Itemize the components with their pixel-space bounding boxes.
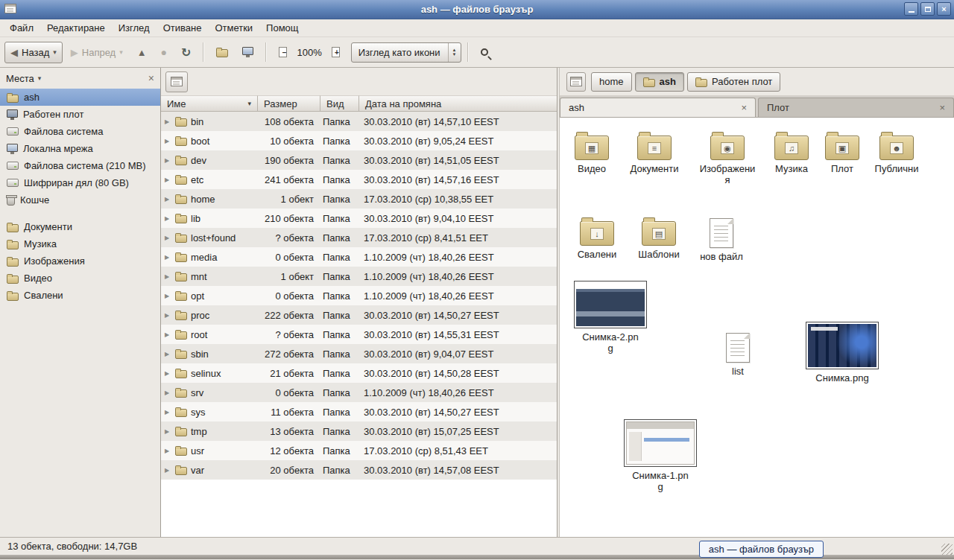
- expander-icon[interactable]: ▶: [165, 215, 171, 222]
- table-row[interactable]: ▶media0 обектаПапка1.10.2009 (чт) 18,40,…: [161, 247, 557, 267]
- expander-icon[interactable]: ▶: [165, 312, 171, 319]
- table-row[interactable]: ▶tmp13 обектаПапка30.03.2010 (вт) 15,07,…: [161, 421, 557, 441]
- table-row[interactable]: ▶selinux21 обектаПапка30.03.2010 (вт) 14…: [161, 363, 557, 383]
- table-row[interactable]: ▶lib210 обектаПапка30.03.2010 (вт) 9,04,…: [161, 209, 557, 228]
- table-row[interactable]: ▶bin108 обектаПапка30.03.2010 (вт) 14,57…: [161, 112, 557, 131]
- close-button[interactable]: ×: [937, 2, 951, 16]
- table-row[interactable]: ▶usr12 обектаПапка17.03.2010 (ср) 8,51,4…: [161, 441, 557, 460]
- menu-item[interactable]: Изглед: [112, 19, 157, 36]
- table-row[interactable]: ▶dev190 обектаПапка30.03.2010 (вт) 14,51…: [161, 150, 557, 170]
- expander-icon[interactable]: ▶: [165, 409, 171, 416]
- expander-icon[interactable]: ▶: [165, 235, 171, 241]
- column-header[interactable]: Дата на промяна: [359, 95, 557, 112]
- computer-button[interactable]: [236, 42, 259, 63]
- table-row[interactable]: ▶srv0 обектаПапка1.10.2009 (чт) 18,40,26…: [161, 383, 557, 402]
- forward-button[interactable]: ▶ Напред ▾: [65, 42, 129, 63]
- image-icon-item[interactable]: Снимка.png: [801, 322, 883, 384]
- home-button[interactable]: [210, 42, 234, 63]
- expander-icon[interactable]: ▶: [165, 254, 171, 261]
- breadcrumb-button[interactable]: Работен плот: [687, 72, 780, 92]
- zoom-out-button[interactable]: −: [273, 42, 293, 63]
- tab-close-icon[interactable]: ×: [939, 103, 945, 112]
- tab[interactable]: ash×: [560, 98, 756, 117]
- sidebar-item[interactable]: Музика: [0, 235, 160, 252]
- folder-icon-item[interactable]: ↓Свалени: [565, 215, 629, 261]
- back-dropdown-icon[interactable]: ▾: [53, 48, 57, 56]
- table-row[interactable]: ▶proc222 обектаПапка30.03.2010 (вт) 14,5…: [161, 305, 557, 325]
- sidebar-close-icon[interactable]: ×: [148, 73, 154, 83]
- back-button[interactable]: ◀ Назад ▾: [4, 42, 63, 63]
- sidebar-item[interactable]: Изображения: [0, 252, 160, 270]
- sidebar-selector-icon[interactable]: ▾: [38, 74, 42, 82]
- sidebar-item[interactable]: Локална мрежа: [0, 140, 160, 157]
- expander-icon[interactable]: ▶: [165, 196, 171, 203]
- table-row[interactable]: ▶home1 обектПапка17.03.2010 (ср) 10,38,5…: [161, 189, 557, 209]
- column-header[interactable]: Вид: [320, 95, 359, 112]
- expander-icon[interactable]: ▶: [165, 370, 171, 377]
- expander-icon[interactable]: ▶: [165, 157, 171, 164]
- icon-canvas[interactable]: ▦Видео≡Документи◉Изображения♫Музика▣Плот…: [560, 118, 954, 537]
- table-row[interactable]: ▶lost+found? обектаПапка17.03.2010 (ср) …: [161, 228, 557, 247]
- resize-grip[interactable]: [941, 544, 953, 555]
- breadcrumb-button[interactable]: home: [591, 72, 632, 92]
- table-row[interactable]: ▶opt0 обектаПапка1.10.2009 (чт) 18,40,26…: [161, 286, 557, 305]
- table-row[interactable]: ▶sys11 обектаПапка30.03.2010 (вт) 14,50,…: [161, 402, 557, 421]
- sidebar-item[interactable]: ash: [0, 89, 160, 106]
- file-icon-item[interactable]: нов файл: [689, 215, 754, 263]
- column-header[interactable]: Име▾: [161, 95, 258, 112]
- minimize-button[interactable]: [904, 2, 918, 16]
- expander-icon[interactable]: ▶: [165, 293, 171, 299]
- file-icon-item[interactable]: list: [706, 330, 770, 378]
- expander-icon[interactable]: ▶: [165, 273, 171, 280]
- folder-icon-item[interactable]: ☻Публични: [865, 130, 929, 175]
- table-row[interactable]: ▶sbin272 обектаПапка30.03.2010 (вт) 9,04…: [161, 344, 557, 363]
- search-button[interactable]: [475, 42, 494, 63]
- sidebar-item[interactable]: Файлова система: [0, 123, 160, 140]
- sidebar-item[interactable]: Работен плот: [0, 106, 160, 123]
- folder-icon-item[interactable]: ▦Видео: [560, 130, 624, 175]
- table-row[interactable]: ▶etc241 обектаПапка30.03.2010 (вт) 14,57…: [161, 170, 557, 189]
- image-icon-item[interactable]: Снимка-2.png: [569, 281, 651, 354]
- tab-close-icon[interactable]: ×: [741, 103, 747, 112]
- taskbar-window-button[interactable]: ash — файлов браузър: [699, 541, 824, 558]
- stop-button[interactable]: ●: [155, 42, 173, 63]
- expander-icon[interactable]: ▶: [165, 351, 171, 357]
- table-row[interactable]: ▶var20 обектаПапка30.03.2010 (вт) 14,57,…: [161, 460, 557, 480]
- maximize-button[interactable]: [920, 2, 935, 16]
- reload-button[interactable]: ↻: [175, 42, 197, 63]
- folder-icon-item[interactable]: ▤Шаблони: [627, 215, 691, 261]
- table-row[interactable]: ▶boot10 обектаПапка30.03.2010 (вт) 9,05,…: [161, 131, 557, 150]
- pathbar-root-button[interactable]: [566, 72, 586, 92]
- expander-icon[interactable]: ▶: [165, 448, 171, 454]
- zoom-in-button[interactable]: +: [326, 42, 346, 63]
- pane-toggle-button[interactable]: [165, 71, 188, 92]
- expander-icon[interactable]: ▶: [165, 118, 171, 125]
- expander-icon[interactable]: ▶: [165, 467, 171, 474]
- sidebar-item[interactable]: Видео: [0, 270, 160, 287]
- sidebar-item[interactable]: Свалени: [0, 287, 160, 304]
- sidebar-item[interactable]: Шифриран дял (80 GB): [0, 174, 160, 191]
- menu-item[interactable]: Отметки: [208, 19, 259, 36]
- up-button[interactable]: ▲: [131, 42, 153, 63]
- menu-item[interactable]: Помощ: [259, 19, 305, 36]
- sidebar-item[interactable]: Документи: [0, 218, 160, 235]
- image-icon-item[interactable]: Снимка-1.png: [619, 419, 701, 493]
- sidebar-item[interactable]: Файлова система (210 MB): [0, 157, 160, 174]
- expander-icon[interactable]: ▶: [165, 389, 171, 396]
- expander-icon[interactable]: ▶: [165, 176, 171, 183]
- folder-icon-item[interactable]: ◉Изображения: [695, 130, 759, 186]
- menu-item[interactable]: Файл: [3, 19, 40, 36]
- titlebar[interactable]: ash — файлов браузър ×: [0, 0, 954, 19]
- table-row[interactable]: ▶root? обектаПапка30.03.2010 (вт) 14,55,…: [161, 325, 557, 344]
- table-row[interactable]: ▶mnt1 обектПапка1.10.2009 (чт) 18,40,26 …: [161, 267, 557, 286]
- folder-icon-item[interactable]: ≡Документи: [622, 130, 686, 175]
- combo-spin[interactable]: ▲ ▼: [448, 43, 461, 62]
- menu-item[interactable]: Редактиране: [40, 19, 112, 36]
- column-header[interactable]: Размер: [258, 95, 320, 112]
- menu-item[interactable]: Отиване: [157, 19, 209, 36]
- expander-icon[interactable]: ▶: [165, 331, 171, 338]
- breadcrumb-button[interactable]: ash: [635, 72, 684, 92]
- expander-icon[interactable]: ▶: [165, 428, 171, 435]
- sidebar-item[interactable]: Кошче: [0, 191, 160, 209]
- tab[interactable]: Плот×: [758, 98, 954, 117]
